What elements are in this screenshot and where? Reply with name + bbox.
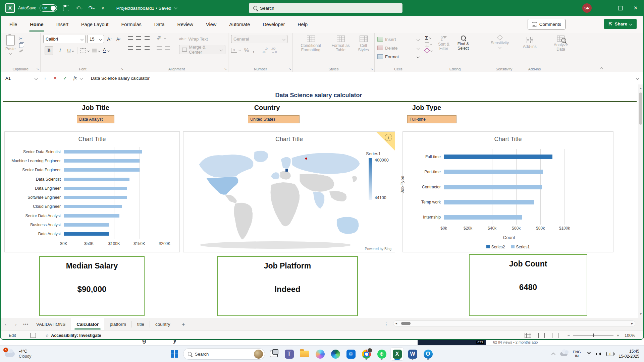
align-left-icon[interactable] <box>128 46 133 50</box>
weather-widget[interactable]: 3 -4°C Cloudy <box>5 346 31 362</box>
align-center-icon[interactable] <box>136 46 141 50</box>
bar-internship[interactable] <box>444 215 522 220</box>
bar-data-analyst[interactable] <box>64 232 109 236</box>
word-button[interactable]: W <box>406 347 419 361</box>
close-button[interactable]: ✕ <box>628 0 643 16</box>
increase-font-icon[interactable]: A^ <box>106 35 113 43</box>
sheet-tab-calculator[interactable]: Calculator <box>71 318 104 330</box>
merge-center-button[interactable]: ↔ Merge & Center <box>179 45 225 54</box>
job-title-salary-chart[interactable]: Chart Title Senior Data ScientistMachine… <box>4 131 180 252</box>
formula-content[interactable]: Data Science salary calculator <box>91 76 150 81</box>
excel-taskbar-button[interactable]: X <box>390 347 404 361</box>
delete-cells-button[interactable]: Delete <box>377 44 419 52</box>
ribbon-tab-review[interactable]: Review <box>176 20 194 28</box>
horizontal-scroll-thumb[interactable] <box>401 322 411 325</box>
bar-software-engineer[interactable] <box>64 196 127 199</box>
comments-button[interactable]: Comments <box>528 19 566 29</box>
scroll-down-icon[interactable]: ▼ <box>639 312 642 316</box>
country-map-chart[interactable]: Chart Title i <box>183 131 395 252</box>
add-sheet-button[interactable]: + <box>175 318 191 330</box>
page-break-view-icon[interactable] <box>552 333 558 338</box>
bar-cloud-engineer[interactable] <box>64 205 122 208</box>
job-type-chart[interactable]: Chart Title Job Type Full-timePart-timeC… <box>402 131 613 252</box>
teams-button[interactable]: T <box>282 347 296 361</box>
vertical-scrollbar[interactable]: ▲ ▼ <box>638 84 643 318</box>
redo-icon[interactable]: ↷ <box>88 5 95 11</box>
bar-full-time[interactable] <box>444 155 552 159</box>
task-view-button[interactable] <box>267 347 280 361</box>
styles-dialog-launcher[interactable]: ↘ <box>370 67 373 71</box>
macro-record-icon[interactable] <box>30 333 36 338</box>
align-right-icon[interactable] <box>145 46 150 50</box>
onedrive-icon[interactable] <box>560 352 568 356</box>
page-layout-view-icon[interactable] <box>538 333 545 338</box>
scroll-up-icon[interactable]: ▲ <box>639 86 642 90</box>
underline-button[interactable]: U <box>67 47 74 55</box>
increase-decimal-icon[interactable]: ←.0.00 <box>262 47 268 54</box>
zoom-level[interactable]: 100% <box>625 333 635 338</box>
wifi-icon[interactable] <box>586 352 592 356</box>
whatsapp-button[interactable]: ✆ <box>375 347 388 361</box>
bar-senior-data-scientist[interactable] <box>64 150 142 154</box>
ms-store-button[interactable]: ⊞ <box>344 347 358 361</box>
zoom-in-icon[interactable]: + <box>617 333 619 338</box>
formula-bar-expand-icon[interactable] <box>636 76 639 80</box>
bar-data-engineer[interactable] <box>64 187 127 190</box>
format-as-table-button[interactable]: Format as Table <box>330 36 352 52</box>
formula-bar-grip[interactable]: ⋮ <box>43 76 47 81</box>
bar-business-analyst[interactable] <box>64 223 109 227</box>
ribbon-tab-home[interactable]: Home <box>29 20 44 28</box>
language-indicator[interactable]: ENGIN <box>573 350 581 358</box>
borders-icon[interactable] <box>80 48 86 53</box>
clear-icon[interactable] <box>425 49 432 53</box>
align-middle-icon[interactable] <box>136 36 141 40</box>
align-bottom-icon[interactable] <box>145 36 150 40</box>
sheet-tab-platform[interactable]: platform <box>104 318 131 330</box>
outlook-button[interactable]: O <box>421 347 435 361</box>
font-color-icon[interactable]: A <box>103 48 106 53</box>
sheet-tab-country[interactable]: country <box>150 318 175 330</box>
file-explorer-button[interactable] <box>298 347 311 361</box>
sheet-nav-left-icon[interactable]: ‹ <box>1 318 11 330</box>
ribbon-collapse-icon[interactable] <box>600 66 602 71</box>
tray-expand-icon[interactable] <box>552 352 555 357</box>
sheet-tab-validations[interactable]: VALIDATIONS <box>31 318 71 330</box>
info-icon[interactable]: i <box>385 134 392 141</box>
search-bar[interactable]: Search <box>249 3 402 13</box>
copy-icon[interactable] <box>19 43 23 48</box>
name-box[interactable]: A1 <box>1 72 40 84</box>
edge-button[interactable] <box>329 347 342 361</box>
volume-icon[interactable] <box>597 352 601 356</box>
decrease-indent-icon[interactable] <box>157 46 162 50</box>
bar-machine-learning-engineer[interactable] <box>64 159 140 163</box>
account-avatar[interactable]: SR <box>582 3 592 13</box>
percent-style-icon[interactable]: % <box>244 47 249 53</box>
confirm-entry-icon[interactable]: ✓ <box>60 75 70 81</box>
bar-senior-data-analyst[interactable] <box>64 214 119 218</box>
start-button[interactable] <box>168 347 181 361</box>
addins-button[interactable]: Add-ins <box>523 37 537 49</box>
decrease-font-icon[interactable]: Av <box>115 35 122 43</box>
font-size-select[interactable]: 15 <box>87 35 104 43</box>
share-button[interactable]: ⇱ Share <box>604 19 637 29</box>
increase-indent-icon[interactable] <box>165 46 170 50</box>
ribbon-tab-help[interactable]: Help <box>297 20 308 28</box>
cancel-entry-icon[interactable]: ✕ <box>50 75 60 81</box>
copilot-button[interactable] <box>313 347 327 361</box>
insert-cells-button[interactable]: Insert <box>377 35 419 44</box>
ribbon-tab-formulas[interactable]: Formulas <box>120 20 142 28</box>
format-painter-icon[interactable] <box>19 49 23 53</box>
cell-styles-button[interactable]: Cell Styles <box>356 36 371 52</box>
sheet-nav-right-icon[interactable]: › <box>11 318 21 330</box>
font-name-select[interactable]: Calibri <box>43 35 86 43</box>
insert-function-icon[interactable]: fx <box>70 75 80 81</box>
conditional-formatting-button[interactable]: Conditional Formatting <box>297 36 325 52</box>
fill-icon[interactable]: ↓ <box>425 43 432 47</box>
bar-temp-work[interactable] <box>444 200 534 204</box>
filter-value-country[interactable]: United States <box>248 115 300 123</box>
ribbon-tab-developer[interactable]: Developer <box>262 20 285 28</box>
sensitivity-button[interactable]: Sensitivity <box>491 36 509 48</box>
battery-icon[interactable]: ⚡ <box>606 352 613 356</box>
number-dialog-launcher[interactable]: ↘ <box>288 67 291 71</box>
undo-icon[interactable]: ↶ <box>76 5 82 11</box>
